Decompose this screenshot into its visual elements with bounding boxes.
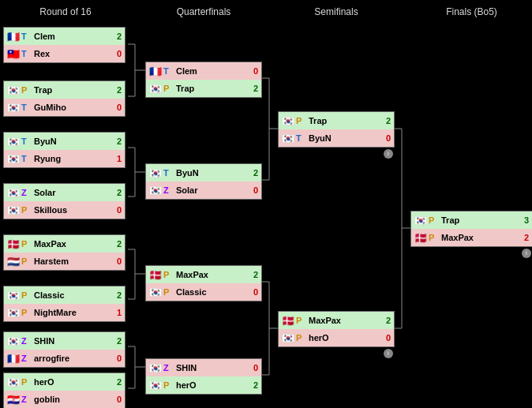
terran-icon: T [21, 137, 34, 146]
qf-match-2: 🇰🇷 T ByuN 2 🇰🇷 Z Solar 0 [145, 163, 262, 200]
player-row: 🇰🇷 T Ryung 1 [4, 150, 125, 167]
finals-match: 🇰🇷 P Trap 3 🇩🇰 P MaxPax 2 i [410, 211, 532, 258]
protoss-icon: P [21, 239, 34, 249]
flag-kr: 🇰🇷 [7, 376, 21, 388]
player-name: Trap [176, 84, 253, 93]
qf-match-3: 🇩🇰 P MaxPax 2 🇰🇷 P Classic 0 [145, 265, 262, 301]
score: 0 [253, 66, 258, 76]
score: 0 [117, 395, 122, 404]
player-name: ByuN [309, 133, 386, 143]
protoss-icon: P [21, 308, 34, 317]
score: 2 [117, 239, 122, 249]
terran-icon: T [21, 32, 34, 41]
sf-title: Semifinals [278, 6, 395, 17]
player-name: Classic [34, 290, 117, 300]
player-name: arrogfire [34, 354, 117, 363]
player-row: 🇰🇷 T ByuN 0 [279, 129, 394, 147]
player-name: ByuN [176, 168, 253, 178]
info-icon: i [522, 249, 531, 258]
protoss-icon: P [21, 290, 34, 300]
terran-icon: T [296, 133, 309, 143]
score: 2 [253, 380, 258, 390]
flag-kr2: 🇰🇷 [7, 204, 21, 216]
score: 0 [253, 287, 258, 297]
player-name: SHIN [176, 363, 253, 372]
score: 2 [117, 290, 122, 300]
flag-kr2: 🇰🇷 [7, 102, 21, 114]
player-name: herO [176, 380, 253, 390]
qf-title: Quarterfinals [145, 6, 262, 17]
flag-kr: 🇰🇷 [7, 187, 21, 199]
r16-match-1: 🇫🇷 T Clem 2 🇹🇼 T Rex 0 [3, 27, 126, 63]
flag-dk: 🇩🇰 [282, 315, 296, 327]
player-row: 🇰🇷 P Trap 2 [279, 112, 394, 129]
player-name: MaxPax [34, 239, 117, 249]
player-name: SHIN [34, 336, 117, 346]
player-name: Skillous [34, 205, 117, 215]
player-name: NightMare [34, 308, 117, 317]
zerg-icon: Z [21, 354, 34, 363]
r16-match-6: 🇰🇷 P Classic 2 🇰🇷 P NightMare 1 [3, 286, 126, 322]
protoss-icon: P [429, 215, 441, 225]
player-row: 🇰🇷 P Trap 2 [4, 81, 125, 99]
player-name: Harstem [34, 256, 117, 266]
player-row: 🇰🇷 P herO 2 [4, 373, 125, 391]
flag-kr2: 🇰🇷 [282, 133, 296, 144]
score: 0 [253, 363, 258, 372]
terran-icon: T [163, 168, 176, 178]
flag-fr: 🇫🇷 [7, 31, 21, 43]
sf-match-2: 🇩🇰 P MaxPax 2 🇰🇷 P herO 0 i [278, 311, 395, 358]
score: 1 [117, 154, 122, 163]
player-row: 🇹🇼 T Rex 0 [4, 45, 125, 62]
player-row: 🇰🇷 Z Solar 0 [146, 182, 261, 199]
flag-kr: 🇰🇷 [7, 335, 21, 347]
flag-fr: 🇫🇷 [7, 353, 21, 365]
player-row: 🇰🇷 T ByuN 2 [4, 133, 125, 150]
flag-nl: 🇳🇱 [7, 256, 21, 268]
flag-kr: 🇰🇷 [149, 362, 163, 374]
score: 0 [117, 354, 122, 363]
finals-title: Finals (Bo5) [410, 6, 532, 17]
player-row: 🇭🇷 Z goblin 0 [4, 391, 125, 408]
r16-match-2: 🇰🇷 P Trap 2 🇰🇷 T GuMiho 0 [3, 80, 126, 117]
player-row: 🇫🇷 Z arrogfire 0 [4, 350, 125, 367]
zerg-icon: Z [163, 363, 176, 372]
player-row: 🇰🇷 P Classic 0 [146, 283, 261, 301]
flag-kr2: 🇰🇷 [7, 307, 21, 319]
r16-title: Round of 16 [3, 6, 128, 17]
flag-kr: 🇰🇷 [282, 332, 296, 344]
zerg-icon: Z [21, 336, 34, 346]
r16-match-4: 🇰🇷 Z Solar 2 🇰🇷 P Skillous 0 [3, 183, 126, 219]
protoss-icon: P [296, 333, 309, 342]
zerg-icon: Z [21, 188, 34, 197]
player-name: Solar [34, 188, 117, 197]
score: 2 [524, 233, 529, 242]
sf-match-1: 🇰🇷 P Trap 2 🇰🇷 T ByuN 0 i [278, 111, 395, 159]
flag-dk: 🇩🇰 [7, 238, 21, 250]
score: 2 [117, 377, 122, 387]
player-name: goblin [34, 395, 117, 404]
player-row: 🇰🇷 P Classic 2 [4, 286, 125, 304]
player-name: GuMiho [34, 103, 117, 112]
player-row: 🇰🇷 P Skillous 0 [4, 201, 125, 219]
player-name: Trap [309, 116, 386, 125]
protoss-icon: P [429, 233, 441, 242]
protoss-icon: P [163, 84, 176, 93]
score: 2 [253, 168, 258, 178]
player-name: Trap [441, 215, 524, 225]
player-name: Solar [176, 185, 253, 195]
r16-match-3: 🇰🇷 T ByuN 2 🇰🇷 T Ryung 1 [3, 132, 126, 168]
r16-match-7: 🇰🇷 Z SHIN 2 🇫🇷 Z arrogfire 0 [3, 331, 126, 368]
player-row: 🇰🇷 T GuMiho 0 [4, 99, 125, 116]
protoss-icon: P [296, 116, 309, 125]
score: 0 [117, 103, 122, 112]
terran-icon: T [21, 49, 34, 58]
player-name: Classic [176, 287, 253, 297]
score: 0 [117, 205, 122, 215]
player-row: 🇰🇷 Z SHIN 0 [146, 359, 261, 376]
flag-fr: 🇫🇷 [149, 66, 163, 77]
score: 1 [117, 308, 122, 317]
player-name: MaxPax [309, 316, 386, 325]
r16-match-8: 🇰🇷 P herO 2 🇭🇷 Z goblin 0 [3, 372, 126, 408]
flag-kr: 🇰🇷 [7, 290, 21, 301]
